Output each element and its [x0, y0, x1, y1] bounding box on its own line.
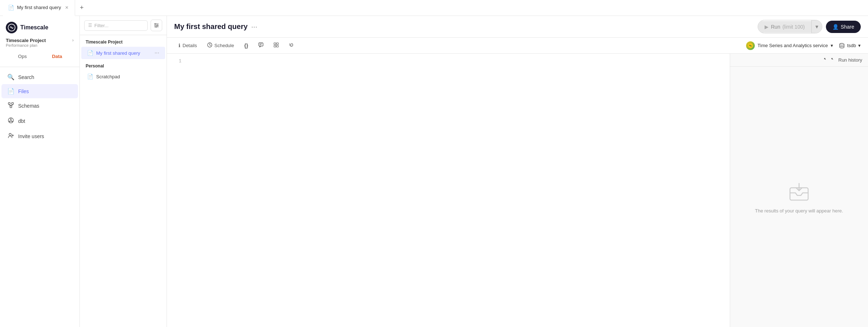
tab-label: My first shared query	[17, 5, 61, 10]
filter-settings-button[interactable]	[151, 20, 162, 31]
share-button[interactable]: 👤 Share	[826, 21, 861, 33]
scratchpad-label: Scratchpad	[96, 74, 120, 79]
toolbar-tab-details[interactable]: ℹ Details	[174, 40, 201, 51]
run-label: Run	[771, 24, 780, 30]
share-label: Share	[841, 24, 854, 30]
toolbar-right: Time Series and Analytics service ▾ tsdb…	[746, 41, 861, 50]
svg-point-9	[11, 119, 12, 120]
run-history-button[interactable]: Run history	[824, 57, 862, 63]
run-limit-label: (limit 100)	[782, 24, 804, 30]
sidebar-label-dbt: dbt	[18, 118, 25, 124]
results-empty: The results of your query will appear he…	[755, 67, 843, 327]
section-timescale-project: Timescale Project	[80, 35, 167, 47]
toolbar-tab-history[interactable]	[284, 40, 298, 51]
file-item-scratchpad[interactable]: 📄 Scratchpad	[81, 71, 165, 82]
service-selector[interactable]: Time Series and Analytics service ▾	[746, 41, 834, 50]
editor-content: 1 Run history	[167, 54, 868, 327]
history-icon	[289, 42, 294, 49]
service-logo	[746, 41, 755, 50]
results-panel: Run history The results of your query wi…	[730, 54, 868, 327]
svg-point-35	[840, 43, 844, 45]
svg-point-23	[156, 26, 157, 28]
tab-file-icon: 📄	[8, 5, 14, 11]
svg-rect-2	[12, 103, 13, 104]
project-chevron-icon[interactable]: ›	[72, 38, 74, 43]
toolbar-tab-comments[interactable]	[254, 40, 268, 51]
ops-data-tabs: Ops Data	[6, 52, 74, 61]
svg-rect-30	[274, 43, 276, 45]
brand-name: Timescale	[20, 24, 48, 31]
db-chevron-icon: ▾	[858, 43, 861, 48]
sidebar-item-dbt[interactable]: dbt	[1, 113, 78, 129]
toolbar-tabs: ℹ Details Schedule {}	[167, 38, 868, 54]
svg-line-12	[10, 120, 11, 121]
toolbar-tab-schedule[interactable]: Schedule	[203, 40, 238, 51]
svg-rect-3	[10, 106, 12, 108]
ops-tab[interactable]: Ops	[6, 52, 39, 61]
project-info: Timescale Project Performance plan ›	[6, 38, 74, 47]
run-dropdown-button[interactable]: ▾	[811, 20, 822, 33]
scratchpad-icon: 📄	[87, 74, 93, 79]
query-more-button[interactable]: ···	[251, 22, 257, 31]
code-editor[interactable]: 1	[167, 54, 730, 327]
svg-rect-32	[274, 45, 276, 47]
toolbar-left: ℹ Details Schedule {}	[174, 40, 298, 51]
run-history-label: Run history	[838, 57, 862, 63]
run-button-group: ▶ Run (limit 100) ▾	[758, 20, 822, 33]
data-tab[interactable]: Data	[41, 52, 74, 61]
main-layout: Timescale Timescale Project Performance …	[0, 16, 868, 327]
filter-icon: ☰	[88, 23, 92, 28]
service-chevron-icon: ▾	[831, 43, 833, 48]
db-name: tsdb	[847, 43, 856, 48]
file-more-button[interactable]: ···	[155, 50, 159, 56]
play-icon: ▶	[765, 24, 769, 30]
dbt-icon	[7, 117, 15, 125]
editor-area: My first shared query ··· ▶ Run (limit 1…	[167, 16, 868, 327]
tab-add-button[interactable]: +	[75, 0, 88, 16]
toolbar-tab-visualize[interactable]	[269, 40, 283, 51]
sidebar-item-schemas[interactable]: Schemas	[1, 98, 78, 113]
sidebar-label-invite-users: Invite users	[18, 133, 44, 139]
sidebar-label-search: Search	[18, 74, 34, 80]
project-name: Timescale Project	[6, 38, 46, 43]
toolbar-tab-params[interactable]: {}	[240, 40, 253, 51]
svg-rect-1	[8, 103, 10, 104]
sidebar-header: Timescale Timescale Project Performance …	[0, 16, 79, 67]
file-panel: ☰ Filter... Timescale Project 📄 My first…	[80, 16, 167, 327]
sidebar-label-schemas: Schemas	[18, 103, 39, 109]
sidebar-item-search[interactable]: 🔍 Search	[1, 70, 78, 84]
sidebar-item-invite-users[interactable]: Invite users	[1, 129, 78, 144]
code-line-1: 1	[167, 58, 730, 65]
run-button[interactable]: ▶ Run (limit 100)	[758, 21, 811, 33]
header-actions: ▶ Run (limit 100) ▾ 👤 Share	[758, 20, 861, 33]
tab-my-first-shared-query[interactable]: 📄 My first shared query ✕	[3, 0, 75, 16]
project-plan: Performance plan	[6, 43, 46, 47]
filter-bar: ☰ Filter...	[80, 16, 167, 35]
file-label: My first shared query	[96, 50, 140, 56]
svg-line-26	[210, 45, 211, 46]
files-icon: 📄	[7, 88, 15, 95]
svg-rect-31	[277, 43, 278, 45]
service-name: Time Series and Analytics service	[758, 43, 828, 48]
filter-placeholder: Filter...	[94, 23, 108, 28]
svg-line-13	[11, 120, 12, 121]
tab-bar: 📄 My first shared query ✕ +	[0, 0, 868, 16]
svg-rect-27	[259, 43, 263, 46]
sidebar-item-files[interactable]: 📄 Files	[1, 84, 78, 98]
database-selector[interactable]: tsdb ▾	[839, 43, 861, 49]
filter-input[interactable]: ☰ Filter...	[84, 20, 148, 31]
search-icon: 🔍	[7, 74, 15, 80]
line-number-1: 1	[173, 59, 181, 64]
results-empty-text: The results of your query will appear he…	[755, 208, 843, 214]
brand: Timescale	[6, 22, 74, 33]
brand-logo	[6, 22, 17, 33]
sidebar: Timescale Timescale Project Performance …	[0, 16, 80, 327]
inbox-icon	[788, 181, 810, 204]
tab-close-button[interactable]: ✕	[64, 5, 70, 11]
schemas-icon	[7, 102, 15, 110]
file-item-my-first-shared-query[interactable]: 📄 My first shared query ···	[81, 47, 165, 59]
schedule-icon	[207, 42, 212, 49]
query-title-section: My first shared query ···	[174, 22, 257, 31]
sidebar-nav: 🔍 Search 📄 Files	[0, 67, 79, 327]
invite-users-icon	[7, 132, 15, 140]
